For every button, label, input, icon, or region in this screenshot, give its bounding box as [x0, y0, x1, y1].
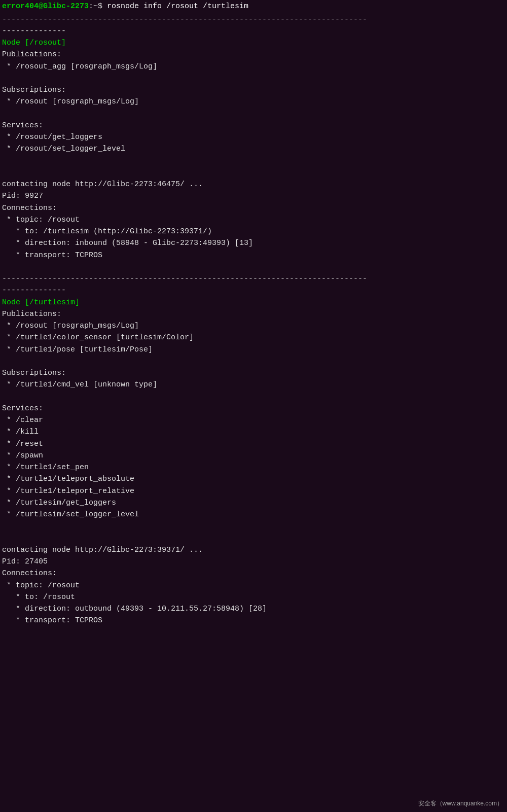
node2-svc2: * /kill: [2, 426, 505, 438]
node1-pid: Pid: 9927: [2, 190, 505, 202]
node2-svc1: * /clear: [2, 414, 505, 426]
node2-svc9: * /turtlesim/set_logger_level: [2, 509, 505, 520]
prompt-path: :~$: [89, 1, 102, 13]
node1-subscriptions-label: Subscriptions:: [2, 84, 505, 96]
prompt-command: rosnode info /rosout /turtlesim: [107, 1, 248, 13]
node1-connections-label: Connections:: [2, 202, 505, 214]
node2-empty4: [2, 533, 505, 544]
node2-pub1: * /rosout [rosgraph_msgs/Log]: [2, 320, 505, 332]
divider-2: ----------------------------------------…: [2, 273, 505, 285]
node1-sub1: * /rosout [rosgraph_msgs/Log]: [2, 96, 505, 108]
node2-pub2: * /turtle1/color_sensor [turtlesim/Color…: [2, 332, 505, 343]
node2-svc3: * /reset: [2, 438, 505, 450]
node1-header: Node [/rosout]: [2, 37, 505, 49]
node1-conn1-transport: * transport: TCPROS: [2, 250, 505, 261]
node1-empty5: [2, 261, 505, 273]
node2-conn1-dir: * direction: outbound (49393 - 10.211.55…: [2, 603, 505, 615]
node2-pid: Pid: 27405: [2, 556, 505, 568]
node2-subscriptions-label: Subscriptions:: [2, 367, 505, 379]
divider-1b: --------------: [2, 25, 505, 37]
node2-conn1-transport: * transport: TCPROS: [2, 615, 505, 626]
node1-conn1-dir: * direction: inbound (58948 - Glibc-2273…: [2, 237, 505, 249]
node1-publications-label: Publications:: [2, 49, 505, 60]
prompt-line: error404@Glibc-2273:~$ rosnode info /ros…: [0, 0, 507, 14]
node1-empty1: [2, 73, 505, 84]
node2-conn1-to: * to: /rosout: [2, 591, 505, 603]
node2-services-label: Services:: [2, 403, 505, 414]
node2-sub1: * /turtle1/cmd_vel [unknown type]: [2, 379, 505, 391]
node1-svc2: * /rosout/set_logger_level: [2, 143, 505, 155]
node1-svc1: * /rosout/get_loggers: [2, 131, 505, 143]
node2-svc4: * /spawn: [2, 450, 505, 462]
node2-empty1: [2, 356, 505, 367]
divider-2b: --------------: [2, 285, 505, 296]
node2-empty2: [2, 391, 505, 403]
node1-contacting: contacting node http://Glibc-2273:46475/…: [2, 179, 505, 190]
prompt-user: error404@Glibc-2273: [2, 1, 89, 13]
node1-services-label: Services:: [2, 120, 505, 131]
node2-contacting: contacting node http://Glibc-2273:39371/…: [2, 544, 505, 556]
terminal-window: error404@Glibc-2273:~$ rosnode info /ros…: [0, 0, 507, 812]
node2-svc8: * /turtlesim/get_loggers: [2, 497, 505, 509]
node2-conn1: * topic: /rosout: [2, 580, 505, 591]
watermark: 安全客（www.anquanke.com）: [418, 799, 503, 808]
node2-empty3: [2, 520, 505, 532]
node1-empty2: [2, 108, 505, 120]
output-block: ----------------------------------------…: [0, 14, 507, 627]
node2-connections-label: Connections:: [2, 568, 505, 579]
divider-1: ----------------------------------------…: [2, 14, 505, 25]
node2-svc6: * /turtle1/teleport_absolute: [2, 473, 505, 485]
node2-svc5: * /turtle1/set_pen: [2, 462, 505, 473]
node1-empty4: [2, 167, 505, 179]
node1-pub1: * /rosout_agg [rosgraph_msgs/Log]: [2, 61, 505, 73]
node1-empty3: [2, 155, 505, 167]
node1-conn1: * topic: /rosout: [2, 214, 505, 226]
node2-svc7: * /turtle1/teleport_relative: [2, 485, 505, 497]
node2-pub3: * /turtle1/pose [turtlesim/Pose]: [2, 344, 505, 356]
node2-header: Node [/turtlesim]: [2, 297, 505, 308]
node2-publications-label: Publications:: [2, 308, 505, 320]
node1-conn1-to: * to: /turtlesim (http://Glibc-2273:3937…: [2, 226, 505, 237]
